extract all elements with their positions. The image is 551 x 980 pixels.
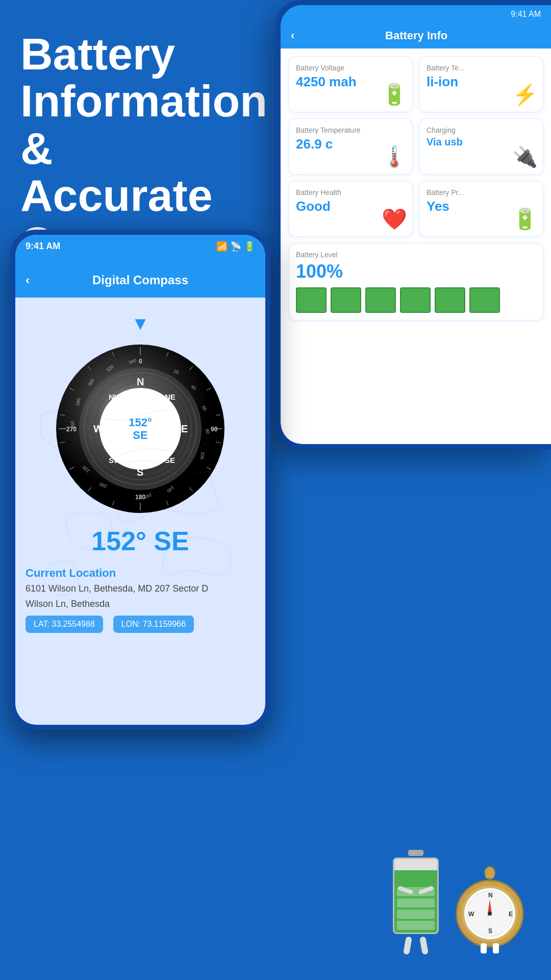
battery-bar-1 bbox=[296, 287, 327, 313]
lat-badge: LAT: 33.2554988 bbox=[26, 616, 103, 633]
svg-text:180: 180 bbox=[135, 494, 145, 501]
compass-map-area: ▼ bbox=[15, 298, 265, 725]
battery-icon-sm: 🔋 bbox=[244, 241, 255, 252]
battery-mascot-legs bbox=[405, 937, 427, 954]
battery-charging-card: Charging Via usb 🔌 bbox=[419, 118, 543, 175]
compass-NE-label: NE bbox=[165, 393, 176, 401]
svg-rect-59 bbox=[493, 943, 499, 953]
compass-svg: 0 90 180 270 20 40 60 80 100 140 160 200… bbox=[54, 342, 227, 516]
location-address-1: 6101 Wilson Ln, Bethesda, MD 207 Sector … bbox=[26, 582, 255, 595]
svg-text:0: 0 bbox=[139, 358, 142, 365]
battery-bar-4 bbox=[400, 287, 431, 313]
compass-S-label: S bbox=[137, 467, 143, 478]
location-coords: LAT: 33.2554988 LON: 73.1159966 bbox=[26, 616, 255, 633]
battery-header: ‹ Battery Info bbox=[281, 23, 551, 48]
compass-svg-wrapper: 0 90 180 270 20 40 60 80 100 140 160 200… bbox=[54, 342, 227, 516]
battery-tech-icon: ⚡ bbox=[512, 83, 538, 107]
svg-rect-46 bbox=[486, 873, 494, 878]
battery-back-button[interactable]: ‹ bbox=[291, 29, 294, 42]
battery-phone: 9:41 AM ‹ Battery Info Battery Voltage 4… bbox=[276, 0, 551, 449]
battery-charging-icon: 🔌 bbox=[512, 145, 538, 169]
battery-temp-label: Battery Temperature bbox=[296, 126, 405, 134]
location-section: Current Location 6101 Wilson Ln, Bethesd… bbox=[15, 567, 265, 633]
battery-level-label: Battery Level bbox=[296, 251, 536, 259]
compass-direction: SE bbox=[133, 429, 147, 442]
svg-rect-58 bbox=[481, 943, 487, 953]
compass-phone: 9:41 AM 📶 📡 🔋 ‹ Digital Compass bbox=[10, 230, 270, 730]
signal-icon: 📡 bbox=[230, 241, 241, 252]
battery-charging-label: Charging bbox=[427, 126, 536, 134]
svg-text:N: N bbox=[488, 892, 493, 899]
svg-text:90: 90 bbox=[211, 426, 218, 433]
svg-text:W: W bbox=[468, 911, 474, 918]
battery-health-icon: ❤️ bbox=[382, 207, 407, 231]
battery-bars bbox=[296, 287, 536, 313]
svg-text:S: S bbox=[488, 927, 492, 935]
battery-mascot bbox=[393, 850, 439, 954]
compass-title: Digital Compass bbox=[92, 273, 188, 287]
compass-SW-label: SW bbox=[109, 456, 121, 464]
battery-voltage-label: Battery Voltage bbox=[296, 64, 405, 72]
battery-present-card: Battery Pr... Yes 🔋 bbox=[419, 181, 543, 237]
wifi-icon: 📶 bbox=[216, 241, 228, 252]
lon-badge: LON: 73.1159966 bbox=[113, 616, 194, 633]
battery-voltage-card: Battery Voltage 4250 mah 🔋 bbox=[288, 56, 413, 112]
battery-present-icon: 🔋 bbox=[512, 207, 538, 231]
battery-voltage-icon: 🔋 bbox=[382, 83, 407, 107]
battery-leg-left bbox=[403, 936, 412, 955]
battery-leg-right bbox=[419, 936, 429, 955]
battery-bar-6 bbox=[469, 287, 500, 313]
svg-text:E: E bbox=[509, 911, 513, 918]
battery-present-label: Battery Pr... bbox=[427, 188, 536, 197]
compass-arrow: ▼ bbox=[131, 313, 149, 334]
battery-bar-5 bbox=[435, 287, 465, 313]
compass-mascot: N S E W bbox=[449, 863, 531, 954]
battery-header-title: Battery Info bbox=[302, 29, 541, 42]
compass-W-label: W bbox=[93, 423, 103, 434]
compass-degree-big: 152° SE bbox=[91, 526, 189, 556]
battery-bar-2 bbox=[331, 287, 361, 313]
battery-mascot-body bbox=[393, 857, 439, 934]
battery-temp-card: Battery Temperature 26.9 c 🌡️ bbox=[288, 118, 413, 175]
compass-mascot-svg: N S E W bbox=[449, 863, 531, 954]
status-icons: 📶 📡 🔋 bbox=[216, 241, 255, 252]
battery-fill bbox=[394, 870, 437, 933]
bottom-decorations: N S E W bbox=[393, 850, 531, 954]
battery-health-card: Battery Health Good ❤️ bbox=[288, 181, 413, 237]
battery-bar-3 bbox=[365, 287, 396, 313]
compass-E-label: E bbox=[181, 423, 188, 434]
location-title: Current Location bbox=[26, 567, 255, 580]
compass-header: ‹ Digital Compass bbox=[15, 268, 265, 298]
compass-SE-label: SE bbox=[165, 456, 175, 464]
battery-status-time: 9:41 AM bbox=[511, 10, 541, 19]
compass-N-label: N bbox=[137, 376, 144, 387]
battery-status-bar: 9:41 AM bbox=[281, 5, 551, 23]
compass-back-button[interactable]: ‹ bbox=[26, 273, 30, 287]
battery-level-card: Battery Level 100% bbox=[288, 243, 543, 321]
compass-NW-label: NW bbox=[109, 393, 122, 401]
battery-temp-icon: 🌡️ bbox=[382, 145, 407, 169]
location-address-2: Wilson Ln, Bethesda bbox=[26, 598, 255, 610]
svg-point-57 bbox=[488, 912, 492, 916]
battery-tech-card: Battery Te... li-ion ⚡ bbox=[419, 56, 543, 112]
compass-status-bar: 9:41 AM 📶 📡 🔋 bbox=[15, 235, 265, 258]
compass-status-time: 9:41 AM bbox=[26, 241, 60, 252]
battery-info-grid: Battery Voltage 4250 mah 🔋 Battery Te...… bbox=[281, 48, 551, 328]
battery-health-label: Battery Health bbox=[296, 188, 405, 197]
compass-reading: 152° bbox=[129, 416, 152, 429]
battery-level-value: 100% bbox=[296, 261, 536, 282]
battery-tech-label: Battery Te... bbox=[427, 64, 536, 72]
svg-text:80: 80 bbox=[205, 428, 211, 434]
